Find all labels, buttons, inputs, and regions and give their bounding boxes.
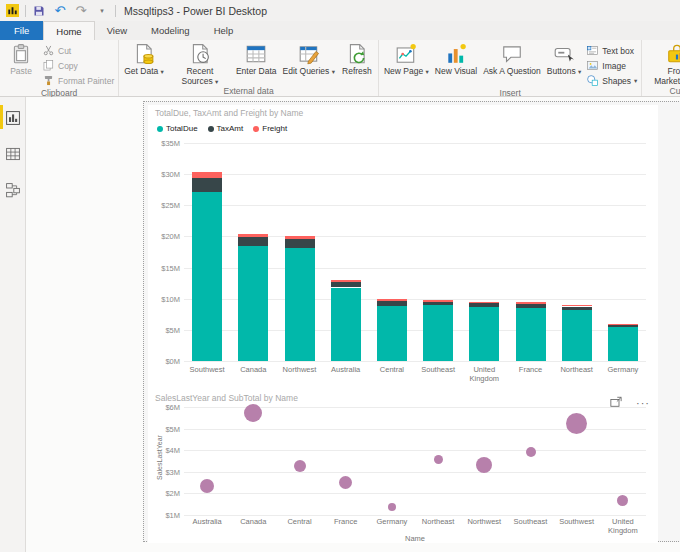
more-options-icon[interactable]: ··· <box>636 399 650 407</box>
bar-segment-freight[interactable] <box>608 324 638 325</box>
bar-segment-totaldue[interactable] <box>285 248 315 361</box>
tab-modeling[interactable]: Modeling <box>139 21 202 40</box>
new-page-button[interactable]: New Page ▾ <box>381 41 432 88</box>
gridline <box>184 515 646 516</box>
bar-segment-totaldue[interactable] <box>516 308 546 361</box>
scatter-bubble[interactable] <box>617 495 628 506</box>
sidebar-item-model-view[interactable] <box>0 175 25 205</box>
powerbi-app-icon <box>4 3 20 19</box>
tab-help[interactable]: Help <box>202 21 246 40</box>
bar-segment-totaldue[interactable] <box>377 306 407 361</box>
refresh-button[interactable]: Refresh <box>338 41 376 86</box>
bar-segment-totaldue[interactable] <box>423 305 453 361</box>
sidebar-item-report-view[interactable] <box>0 103 25 133</box>
toolbar-dropdown-icon[interactable]: ▾ <box>94 3 110 19</box>
scatter-bubble[interactable] <box>526 447 536 457</box>
gridline <box>184 493 646 494</box>
report-canvas[interactable]: TotalDue, TaxAmt and Freight by NameTota… <box>26 97 680 552</box>
bar-segment-freight[interactable] <box>516 302 546 304</box>
bar-segment-totaldue[interactable] <box>562 310 592 361</box>
bar-segment-totaldue[interactable] <box>608 327 638 361</box>
x-axis-label: Southwest <box>184 366 230 375</box>
bar-segment-taxamt[interactable] <box>238 237 268 246</box>
bar-segment-freight[interactable] <box>285 236 315 239</box>
text-box-button[interactable]: Text box <box>586 43 637 58</box>
buttons-button[interactable]: Buttons ▾ <box>544 41 584 88</box>
scatter-bubble[interactable] <box>388 503 396 511</box>
tab-home[interactable]: Home <box>43 21 94 40</box>
recent-sources-button[interactable]: Recent Sources ▾ <box>167 41 233 86</box>
bar-segment-freight[interactable] <box>469 302 499 303</box>
button-label: Refresh <box>342 67 372 77</box>
bar-segment-taxamt[interactable] <box>331 282 361 287</box>
legend-dot <box>208 126 214 132</box>
button-label: Recent Sources ▾ <box>170 67 230 86</box>
bar-segment-taxamt[interactable] <box>285 239 315 248</box>
edit-queries-button[interactable]: Edit Queries ▾ <box>280 41 338 86</box>
bar-segment-totaldue[interactable] <box>192 192 222 361</box>
scatter-bubble[interactable] <box>566 413 587 434</box>
bar-segment-totaldue[interactable] <box>469 307 499 361</box>
button-label: Paste <box>10 67 32 77</box>
redo-icon[interactable]: ↷ <box>73 3 89 19</box>
y-axis-tick: $5M <box>152 425 180 434</box>
bar-segment-taxamt[interactable] <box>377 301 407 305</box>
report-view-icon <box>5 110 21 126</box>
bar-segment-freight[interactable] <box>192 172 222 178</box>
scatter-bubble[interactable] <box>244 404 262 422</box>
sidebar-item-data-view[interactable] <box>0 139 25 169</box>
scatter-bubble[interactable] <box>339 476 352 489</box>
gridline <box>184 205 646 206</box>
tab-view[interactable]: View <box>95 21 139 40</box>
cut-icon <box>42 44 55 57</box>
bar-segment-taxamt[interactable] <box>562 307 592 310</box>
stacked-bar-chart-visual[interactable]: TotalDue, TaxAmt and Freight by NameTota… <box>148 105 658 390</box>
x-axis-label: Southwest <box>554 518 600 527</box>
gridline <box>184 361 646 362</box>
scatter-bubble[interactable] <box>200 479 214 493</box>
legend-item-totaldue: TotalDue <box>157 124 198 133</box>
bar-segment-taxamt[interactable] <box>423 302 453 305</box>
scatter-bubble[interactable] <box>294 460 306 472</box>
tab-file[interactable]: File <box>0 21 43 40</box>
paste-button[interactable]: Paste <box>2 41 40 88</box>
bar-segment-taxamt[interactable] <box>469 303 499 307</box>
bar-segment-freight[interactable] <box>423 300 453 302</box>
from-marketplace-button[interactable]: From Marketplace <box>644 41 680 86</box>
new-visual-button[interactable]: New Visual <box>432 41 480 88</box>
window-title: Mssqltips3 - Power BI Desktop <box>124 5 267 17</box>
format-painter-button[interactable]: Format Painter <box>42 73 114 88</box>
separator <box>115 5 116 17</box>
bar-segment-taxamt[interactable] <box>608 325 638 327</box>
ask-a-question-button[interactable]: Ask A Question <box>480 41 544 88</box>
scatter-bubble[interactable] <box>434 455 443 464</box>
get-data-button[interactable]: Get Data ▾ <box>121 41 167 86</box>
report-page[interactable]: TotalDue, TaxAmt and Freight by NameTota… <box>143 101 680 542</box>
chart-title: TotalDue, TaxAmt and Freight by Name <box>155 108 303 118</box>
bar-segment-totaldue[interactable] <box>238 246 268 361</box>
bar-segment-freight[interactable] <box>562 305 592 307</box>
bar-segment-freight[interactable] <box>238 234 268 237</box>
bar-segment-freight[interactable] <box>377 299 407 301</box>
x-axis-label: Northwest <box>461 518 507 527</box>
gridline <box>184 174 646 175</box>
bar-segment-freight[interactable] <box>331 280 361 282</box>
button-label: Image <box>602 61 626 71</box>
ribbon-group-clipboard: PasteCutCopyFormat PainterClipboard <box>0 40 119 96</box>
bar-segment-taxamt[interactable] <box>192 178 222 192</box>
bar-segment-taxamt[interactable] <box>516 304 546 308</box>
edit-queries-icon <box>298 43 320 65</box>
bar-segment-totaldue[interactable] <box>331 288 361 361</box>
image-button[interactable]: Image <box>586 58 637 73</box>
save-icon[interactable] <box>31 3 47 19</box>
focus-mode-icon[interactable] <box>610 394 622 412</box>
gridline <box>184 472 646 473</box>
enter-data-button[interactable]: Enter Data <box>233 41 280 86</box>
shapes-button[interactable]: Shapes▾ <box>586 73 637 88</box>
copy-button[interactable]: Copy <box>42 58 114 73</box>
ribbon: PasteCutCopyFormat PainterClipboardGet D… <box>0 40 680 97</box>
cut-button[interactable]: Cut <box>42 43 114 58</box>
undo-icon[interactable]: ↶ <box>52 3 68 19</box>
scatter-chart-visual[interactable]: SalesLastYear and SubTotal by Name···$1M… <box>148 390 658 543</box>
button-label: Text box <box>602 46 634 56</box>
